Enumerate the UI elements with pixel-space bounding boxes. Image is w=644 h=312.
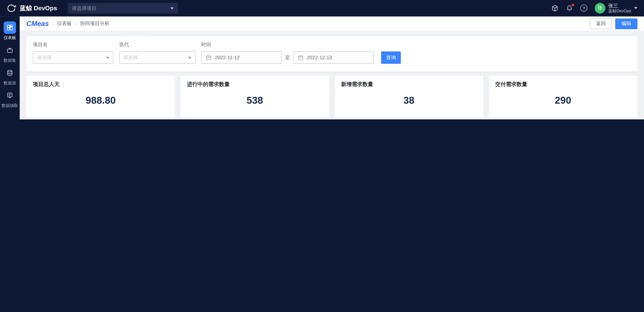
filter-time-field: 时间 2022-11-12 至 2022-12-13	[201, 41, 401, 64]
stat-label: 新增需求数量	[341, 81, 477, 88]
breadcrumb-current: 协同项目分析	[80, 20, 110, 27]
datasource-icon	[4, 67, 16, 79]
iteration-filter-select[interactable]: 请选择	[119, 52, 196, 64]
project-filter-select[interactable]: 请选择	[33, 52, 113, 64]
filter-project-field: 项目名 请选择	[33, 41, 113, 64]
filter-panel: 项目名 请选择 迭代 请选择 时间	[26, 36, 638, 72]
date-range-joiner: 至	[285, 54, 290, 61]
user-menu[interactable]: 张 张三 蓝鲸DevOps	[595, 3, 638, 14]
project-selector-value: 请选择项目	[72, 5, 96, 12]
calendar-icon	[206, 55, 212, 61]
breadcrumb-dashboard[interactable]: 仪表板	[57, 20, 72, 27]
stats-row: 项目总人天 988.80 进行中的需求数量 538 新增需求数量 38 交付需求…	[26, 76, 638, 118]
notification-badge	[572, 4, 574, 6]
edit-button[interactable]: 编辑	[615, 18, 638, 29]
help-glyph: ?	[580, 5, 587, 12]
page-header: CMeas › 仪表板 › 协同项目分析 返回 编辑	[20, 16, 644, 31]
chevron-down-icon	[634, 7, 638, 9]
blueking-whale-logo-icon	[6, 4, 16, 12]
sidebar-item-dashboard[interactable]: 仪表板	[0, 22, 20, 41]
sidebar-item-datasource[interactable]: 数据源	[0, 67, 20, 86]
breadcrumb-separator: ›	[52, 21, 54, 27]
select-placeholder: 请选择	[123, 54, 138, 61]
main-content: 项目名 请选择 迭代 请选择 时间	[20, 31, 644, 119]
chevron-down-icon	[188, 57, 191, 59]
breadcrumb-separator: ›	[75, 21, 77, 27]
notifications-bell-icon[interactable]	[566, 5, 573, 12]
filter-iteration-field: 迭代 请选择	[119, 41, 196, 64]
calendar-icon	[298, 55, 304, 61]
date-to-input[interactable]: 2022-12-13	[293, 52, 374, 64]
stat-value: 988.80	[33, 95, 168, 106]
user-name: 张三	[608, 3, 631, 9]
user-text: 张三 蓝鲸DevOps	[608, 3, 631, 14]
brand-name: 蓝鲸 DevOps	[20, 4, 57, 12]
filter-project-label: 项目名	[33, 41, 113, 48]
sidebar-item-label: 数据源	[4, 80, 16, 86]
user-org: 蓝鲸DevOps	[608, 9, 631, 14]
stat-label: 项目总人天	[33, 81, 168, 88]
stat-card-total-person-days: 项目总人天 988.80	[26, 76, 175, 118]
back-button[interactable]: 返回	[590, 18, 612, 29]
dashboard-icon	[4, 22, 16, 34]
sidebar: 仪表板 数据集 数据源	[0, 16, 20, 119]
sidebar-item-label: 数据抽取	[2, 103, 18, 109]
stat-label: 交付需求数量	[495, 81, 631, 88]
app-root: 蓝鲸 DevOps 请选择项目 ? 张	[0, 0, 644, 119]
filter-time-label: 时间	[201, 41, 401, 48]
chevron-down-icon	[106, 57, 109, 59]
apps-box-icon[interactable]	[551, 5, 558, 12]
select-placeholder: 请选择	[37, 54, 52, 61]
brand[interactable]: 蓝鲸 DevOps	[6, 4, 57, 12]
date-to-value: 2022-12-13	[307, 55, 332, 61]
stat-card-in-progress-reqs: 进行中的需求数量 538	[180, 76, 329, 118]
stat-value: 290	[495, 95, 631, 106]
help-icon[interactable]: ?	[580, 5, 587, 12]
stat-card-delivered-reqs: 交付需求数量 290	[489, 76, 638, 118]
sidebar-item-label: 仪表板	[4, 35, 16, 41]
chevron-down-icon	[170, 7, 174, 9]
stat-value: 38	[341, 95, 477, 106]
extract-icon	[4, 89, 16, 102]
cmeas-logo[interactable]: CMeas	[26, 20, 49, 28]
sidebar-item-label: 数据集	[4, 58, 16, 63]
stat-card-new-reqs: 新增需求数量 38	[334, 76, 483, 118]
avatar: 张	[595, 3, 605, 14]
date-from-input[interactable]: 2022-11-12	[201, 52, 282, 64]
topbar: 蓝鲸 DevOps 请选择项目 ? 张	[0, 0, 644, 16]
query-button[interactable]: 查询	[381, 52, 401, 64]
stat-value: 538	[187, 95, 323, 106]
date-from-value: 2022-11-12	[215, 55, 240, 61]
stat-label: 进行中的需求数量	[187, 81, 323, 88]
topbar-actions: ? 张 张三 蓝鲸DevOps	[551, 3, 638, 14]
project-selector[interactable]: 请选择项目	[68, 3, 178, 14]
filter-iteration-label: 迭代	[119, 41, 196, 48]
dataset-icon	[4, 44, 16, 56]
sidebar-item-extract[interactable]: 数据抽取	[0, 89, 20, 109]
sidebar-item-dataset[interactable]: 数据集	[0, 44, 20, 63]
